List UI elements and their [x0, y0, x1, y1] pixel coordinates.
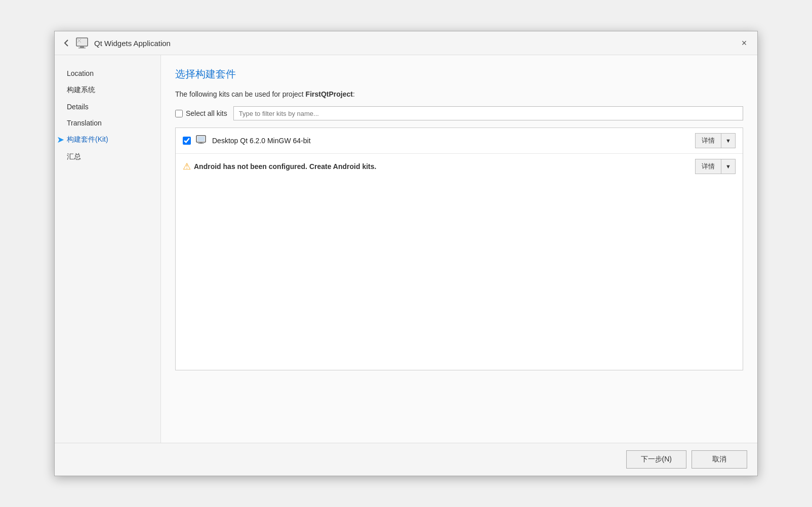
- kit-row-android: ⚠ Android has not been configured. Creat…: [176, 154, 743, 179]
- active-arrow-icon: ➤: [57, 134, 64, 145]
- sidebar-label-kit: 构建套件(Kit): [67, 135, 108, 144]
- select-all-checkbox[interactable]: Select all kits: [175, 109, 227, 117]
- monitor-icon: [196, 135, 207, 147]
- sidebar-item-summary[interactable]: 汇总: [55, 148, 160, 165]
- kit-warning-android: ⚠ Android has not been configured. Creat…: [183, 161, 695, 172]
- kits-list: Desktop Qt 6.2.0 MinGW 64-bit 详情 ▼ ⚠ And…: [175, 128, 743, 370]
- sidebar-item-location[interactable]: Location: [55, 65, 160, 81]
- description: The following kits can be used for proje…: [175, 90, 743, 98]
- dialog: Qt Widgets Application × Location 构建系统 D…: [54, 31, 758, 476]
- description-prefix: The following kits can be used for proje…: [175, 90, 306, 98]
- sidebar-item-translation[interactable]: Translation: [55, 115, 160, 131]
- details-button-desktop[interactable]: 详情 ▼: [695, 133, 736, 148]
- warning-icon: ⚠: [183, 161, 191, 172]
- sidebar-item-kit[interactable]: ➤ 构建套件(Kit): [55, 131, 160, 148]
- section-title: 选择构建套件: [175, 67, 743, 81]
- description-suffix: :: [353, 90, 355, 98]
- kit-checkbox-desktop[interactable]: [183, 137, 191, 145]
- dialog-title: Qt Widgets Application: [94, 39, 171, 48]
- sidebar-label-details: Details: [67, 103, 89, 111]
- app-icon: [76, 37, 90, 49]
- sidebar: Location 构建系统 Details Translation ➤ 构建套件…: [55, 55, 161, 443]
- main-content: 选择构建套件 The following kits can be used fo…: [161, 55, 757, 443]
- title-bar: Qt Widgets Application ×: [55, 31, 757, 55]
- android-warning-text: Android has not been configured. Create …: [194, 162, 376, 171]
- details-arrow-desktop: ▼: [721, 134, 735, 148]
- content-area: Location 构建系统 Details Translation ➤ 构建套件…: [55, 55, 757, 443]
- sidebar-label-translation: Translation: [67, 119, 102, 127]
- footer: 下一步(N) 取消: [55, 443, 757, 476]
- sidebar-item-build-system[interactable]: 构建系统: [55, 81, 160, 99]
- sidebar-label-summary: 汇总: [67, 152, 81, 161]
- svg-rect-2: [80, 46, 84, 48]
- select-all-label[interactable]: Select all kits: [186, 109, 227, 117]
- next-button[interactable]: 下一步(N): [626, 450, 686, 469]
- sidebar-label-location: Location: [67, 69, 94, 77]
- details-label-desktop: 详情: [696, 134, 721, 148]
- close-button[interactable]: ×: [737, 36, 751, 50]
- svg-rect-3: [78, 48, 86, 49]
- svg-rect-5: [197, 137, 205, 141]
- svg-rect-6: [199, 142, 202, 143]
- sidebar-label-build-system: 构建系统: [67, 86, 95, 95]
- svg-rect-1: [77, 39, 87, 45]
- cancel-button[interactable]: 取消: [692, 450, 747, 469]
- kit-filter-input[interactable]: [233, 106, 743, 120]
- details-label-android: 详情: [696, 159, 721, 174]
- back-button[interactable]: [63, 39, 71, 47]
- details-button-android[interactable]: 详情 ▼: [695, 159, 736, 174]
- select-all-input[interactable]: [175, 110, 183, 117]
- project-name: FirstQtProject: [306, 90, 353, 98]
- kit-name-desktop: Desktop Qt 6.2.0 MinGW 64-bit: [212, 137, 695, 145]
- sidebar-item-details[interactable]: Details: [55, 99, 160, 115]
- details-arrow-android: ▼: [721, 159, 735, 174]
- svg-rect-7: [198, 143, 204, 144]
- filter-row: Select all kits: [175, 106, 743, 120]
- kit-row-desktop: Desktop Qt 6.2.0 MinGW 64-bit 详情 ▼: [176, 128, 743, 154]
